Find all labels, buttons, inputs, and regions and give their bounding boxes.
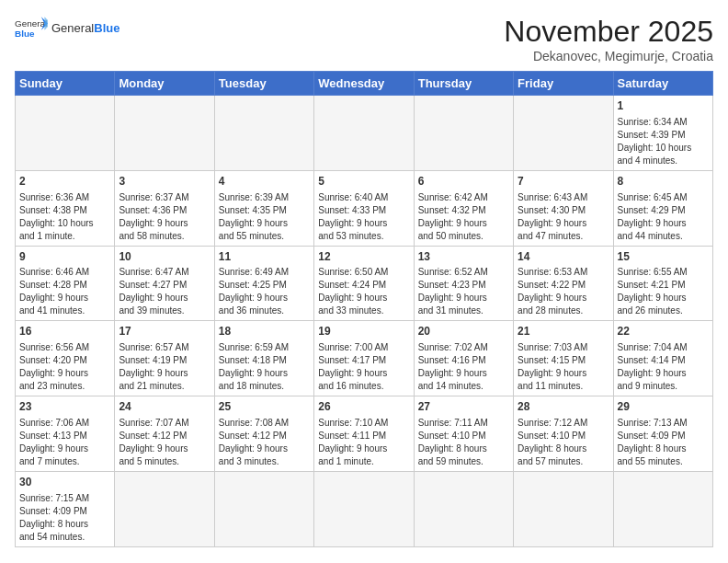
- calendar-cell: 6Sunrise: 6:42 AM Sunset: 4:32 PM Daylig…: [414, 170, 513, 246]
- day-info: Sunrise: 7:06 AM Sunset: 4:13 PM Dayligh…: [19, 417, 110, 468]
- calendar-cell: 9Sunrise: 6:46 AM Sunset: 4:28 PM Daylig…: [16, 246, 115, 321]
- calendar-cell: 2Sunrise: 6:36 AM Sunset: 4:38 PM Daylig…: [16, 170, 115, 246]
- calendar-cell: 21Sunrise: 7:03 AM Sunset: 4:15 PM Dayli…: [514, 321, 613, 396]
- week-row-3: 9Sunrise: 6:46 AM Sunset: 4:28 PM Daylig…: [16, 246, 713, 321]
- calendar-cell: 20Sunrise: 7:02 AM Sunset: 4:16 PM Dayli…: [414, 321, 513, 396]
- weekday-header-tuesday: Tuesday: [214, 72, 313, 96]
- day-number: 9: [19, 249, 110, 265]
- day-info: Sunrise: 6:37 AM Sunset: 4:36 PM Dayligh…: [119, 191, 210, 243]
- day-number: 28: [518, 399, 609, 415]
- day-number: 2: [19, 174, 110, 190]
- month-title: November 2025: [504, 15, 713, 49]
- day-info: Sunrise: 6:39 AM Sunset: 4:35 PM Dayligh…: [219, 191, 310, 243]
- day-number: 22: [618, 324, 709, 339]
- day-number: 12: [318, 249, 409, 265]
- calendar-cell: 15Sunrise: 6:55 AM Sunset: 4:21 PM Dayli…: [613, 246, 712, 321]
- calendar-cell: 24Sunrise: 7:07 AM Sunset: 4:12 PM Dayli…: [115, 396, 214, 472]
- calendar-cell: [414, 471, 513, 546]
- logo-icon: General Blue: [15, 15, 48, 40]
- calendar-cell: [314, 96, 414, 171]
- calendar-cell: [613, 471, 712, 546]
- calendar-cell: [214, 471, 313, 546]
- svg-marker-3: [44, 17, 48, 29]
- calendar-cell: 10Sunrise: 6:47 AM Sunset: 4:27 PM Dayli…: [115, 246, 214, 321]
- day-number: 27: [418, 399, 509, 415]
- day-number: 1: [618, 98, 709, 114]
- calendar-cell: 30Sunrise: 7:15 AM Sunset: 4:09 PM Dayli…: [16, 471, 115, 546]
- calendar-cell: [314, 471, 414, 546]
- day-number: 23: [19, 399, 110, 415]
- calendar-cell: 28Sunrise: 7:12 AM Sunset: 4:10 PM Dayli…: [514, 396, 613, 472]
- calendar-cell: 19Sunrise: 7:00 AM Sunset: 4:17 PM Dayli…: [314, 321, 414, 396]
- calendar-cell: 7Sunrise: 6:43 AM Sunset: 4:30 PM Daylig…: [514, 170, 613, 246]
- day-info: Sunrise: 7:04 AM Sunset: 4:14 PM Dayligh…: [618, 341, 709, 393]
- svg-text:General: General: [15, 18, 47, 29]
- calendar-cell: 29Sunrise: 7:13 AM Sunset: 4:09 PM Dayli…: [613, 396, 712, 472]
- calendar-cell: 23Sunrise: 7:06 AM Sunset: 4:13 PM Dayli…: [16, 396, 115, 472]
- day-info: Sunrise: 6:50 AM Sunset: 4:24 PM Dayligh…: [318, 266, 409, 317]
- weekday-header-wednesday: Wednesday: [314, 72, 414, 96]
- calendar-cell: 18Sunrise: 6:59 AM Sunset: 4:18 PM Dayli…: [214, 321, 313, 396]
- day-number: 10: [119, 249, 210, 265]
- day-number: 4: [219, 174, 310, 190]
- calendar-cell: 26Sunrise: 7:10 AM Sunset: 4:11 PM Dayli…: [314, 396, 414, 472]
- day-number: 21: [518, 324, 609, 339]
- weekday-header-row: SundayMondayTuesdayWednesdayThursdayFrid…: [16, 72, 713, 96]
- calendar-cell: [115, 96, 214, 171]
- day-number: 14: [518, 249, 609, 265]
- calendar-table: SundayMondayTuesdayWednesdayThursdayFrid…: [15, 71, 713, 547]
- day-number: 7: [518, 174, 609, 190]
- day-info: Sunrise: 7:03 AM Sunset: 4:15 PM Dayligh…: [518, 341, 609, 393]
- calendar-cell: 16Sunrise: 6:56 AM Sunset: 4:20 PM Dayli…: [16, 321, 115, 396]
- day-info: Sunrise: 7:02 AM Sunset: 4:16 PM Dayligh…: [418, 341, 509, 393]
- calendar-cell: [414, 96, 513, 171]
- day-number: 26: [318, 399, 409, 415]
- calendar-cell: 14Sunrise: 6:53 AM Sunset: 4:22 PM Dayli…: [514, 246, 613, 321]
- week-row-5: 23Sunrise: 7:06 AM Sunset: 4:13 PM Dayli…: [16, 396, 713, 472]
- day-number: 13: [418, 249, 509, 265]
- day-info: Sunrise: 7:13 AM Sunset: 4:09 PM Dayligh…: [618, 417, 709, 468]
- header: General Blue GeneralBlue November 2025 D…: [15, 15, 713, 63]
- week-row-4: 16Sunrise: 6:56 AM Sunset: 4:20 PM Dayli…: [16, 321, 713, 396]
- day-info: Sunrise: 6:45 AM Sunset: 4:29 PM Dayligh…: [618, 191, 709, 243]
- day-info: Sunrise: 6:55 AM Sunset: 4:21 PM Dayligh…: [618, 266, 709, 317]
- day-info: Sunrise: 7:11 AM Sunset: 4:10 PM Dayligh…: [418, 417, 509, 468]
- calendar-cell: 27Sunrise: 7:11 AM Sunset: 4:10 PM Dayli…: [414, 396, 513, 472]
- day-info: Sunrise: 6:34 AM Sunset: 4:39 PM Dayligh…: [618, 116, 709, 167]
- day-info: Sunrise: 6:53 AM Sunset: 4:22 PM Dayligh…: [518, 266, 609, 317]
- calendar-cell: [16, 96, 115, 171]
- day-number: 3: [119, 174, 210, 190]
- day-number: 8: [618, 174, 709, 190]
- calendar-cell: 5Sunrise: 6:40 AM Sunset: 4:33 PM Daylig…: [314, 170, 414, 246]
- day-number: 5: [318, 174, 409, 190]
- day-number: 29: [618, 399, 709, 415]
- day-number: 30: [19, 475, 110, 490]
- week-row-2: 2Sunrise: 6:36 AM Sunset: 4:38 PM Daylig…: [16, 170, 713, 246]
- calendar-cell: 3Sunrise: 6:37 AM Sunset: 4:36 PM Daylig…: [115, 170, 214, 246]
- day-info: Sunrise: 7:07 AM Sunset: 4:12 PM Dayligh…: [119, 417, 210, 468]
- day-info: Sunrise: 6:52 AM Sunset: 4:23 PM Dayligh…: [418, 266, 509, 317]
- day-info: Sunrise: 6:56 AM Sunset: 4:20 PM Dayligh…: [19, 341, 110, 393]
- calendar-cell: 25Sunrise: 7:08 AM Sunset: 4:12 PM Dayli…: [214, 396, 313, 472]
- calendar-cell: 1Sunrise: 6:34 AM Sunset: 4:39 PM Daylig…: [613, 96, 712, 171]
- day-info: Sunrise: 6:47 AM Sunset: 4:27 PM Dayligh…: [119, 266, 210, 317]
- day-info: Sunrise: 7:15 AM Sunset: 4:09 PM Dayligh…: [19, 492, 110, 544]
- weekday-header-saturday: Saturday: [613, 72, 712, 96]
- day-info: Sunrise: 7:00 AM Sunset: 4:17 PM Dayligh…: [318, 341, 409, 393]
- day-info: Sunrise: 6:43 AM Sunset: 4:30 PM Dayligh…: [518, 191, 609, 243]
- logo: General Blue GeneralBlue: [15, 15, 119, 40]
- day-number: 16: [19, 324, 110, 339]
- day-number: 20: [418, 324, 509, 339]
- weekday-header-thursday: Thursday: [414, 72, 513, 96]
- day-number: 24: [119, 399, 210, 415]
- calendar-cell: 13Sunrise: 6:52 AM Sunset: 4:23 PM Dayli…: [414, 246, 513, 321]
- day-number: 25: [219, 399, 310, 415]
- day-info: Sunrise: 6:49 AM Sunset: 4:25 PM Dayligh…: [219, 266, 310, 317]
- weekday-header-monday: Monday: [115, 72, 214, 96]
- calendar-cell: 17Sunrise: 6:57 AM Sunset: 4:19 PM Dayli…: [115, 321, 214, 396]
- logo-general: GeneralBlue: [51, 21, 119, 35]
- week-row-6: 30Sunrise: 7:15 AM Sunset: 4:09 PM Dayli…: [16, 471, 713, 546]
- weekday-header-friday: Friday: [514, 72, 613, 96]
- calendar-cell: 8Sunrise: 6:45 AM Sunset: 4:29 PM Daylig…: [613, 170, 712, 246]
- day-info: Sunrise: 6:40 AM Sunset: 4:33 PM Dayligh…: [318, 191, 409, 243]
